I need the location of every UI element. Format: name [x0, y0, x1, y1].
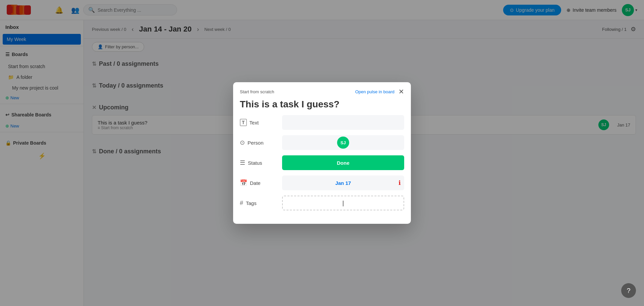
text-field-value[interactable]	[282, 115, 404, 130]
open-pulse-in-board-link[interactable]: Open pulse in board	[355, 89, 394, 94]
tags-icon: #	[240, 200, 243, 207]
field-row-date: 📅 Date Jan 17 ℹ	[240, 175, 404, 190]
date-field-value[interactable]: Jan 17 ℹ	[282, 175, 404, 190]
date-field-label: 📅 Date	[240, 179, 277, 187]
modal-header-right: Open pulse in board ✕	[355, 88, 404, 96]
warning-icon: ℹ	[398, 179, 401, 187]
calendar-icon: 📅	[240, 179, 247, 187]
field-row-person: ⊙ Person SJ	[240, 135, 404, 150]
person-field-label: ⊙ Person	[240, 139, 277, 146]
cursor-blink: |	[342, 200, 344, 207]
field-row-text: T Text	[240, 115, 404, 130]
person-field-value[interactable]: SJ	[282, 135, 404, 150]
modal-breadcrumb: Start from scratch	[240, 89, 274, 94]
status-field-value[interactable]: Done	[282, 155, 404, 170]
tags-field-label: # Tags	[240, 200, 277, 207]
status-field-label: ☰ Status	[240, 159, 277, 166]
field-row-tags: # Tags |	[240, 196, 404, 210]
status-icon: ☰	[240, 159, 245, 166]
modal-header: Start from scratch Open pulse in board ✕	[233, 82, 411, 96]
text-field-label: T Text	[240, 119, 277, 126]
help-button[interactable]: ?	[621, 283, 636, 298]
person-icon: ⊙	[240, 139, 245, 146]
modal-title: This is a task I guess?	[233, 96, 411, 115]
modal-body: T Text ⊙ Person SJ ☰ Status	[233, 115, 411, 224]
task-modal: Start from scratch Open pulse in board ✕…	[233, 82, 411, 224]
person-avatar: SJ	[337, 137, 349, 149]
text-icon: T	[240, 119, 247, 126]
tags-field-value[interactable]: |	[282, 196, 404, 210]
modal-overlay[interactable]: Start from scratch Open pulse in board ✕…	[0, 0, 644, 306]
field-row-status: ☰ Status Done	[240, 155, 404, 170]
close-icon[interactable]: ✕	[398, 88, 404, 96]
